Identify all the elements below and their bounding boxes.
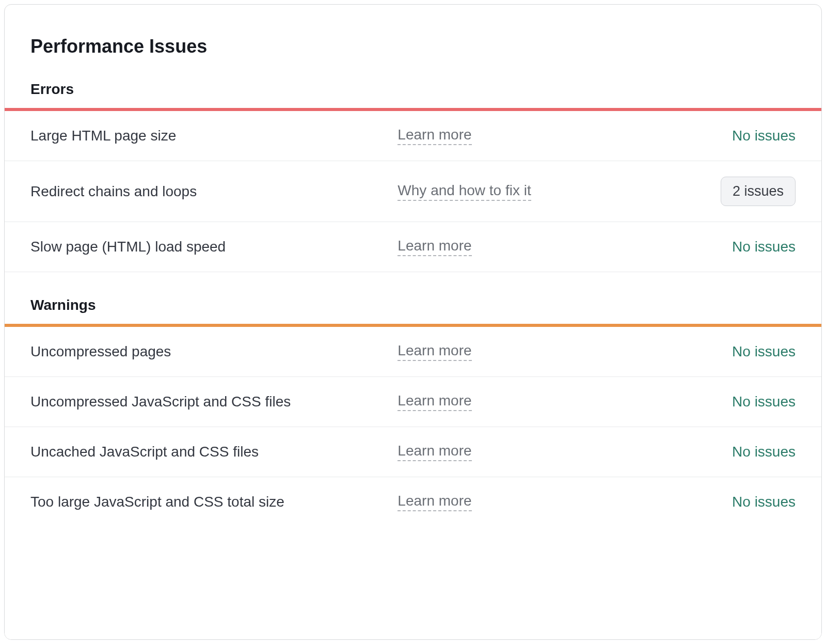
issue-label: Uncached JavaScript and CSS files <box>30 444 398 460</box>
learn-more-link[interactable]: Learn more <box>398 392 471 411</box>
status-no-issues: No issues <box>732 494 796 510</box>
issue-row: Uncompressed JavaScript and CSS files Le… <box>5 377 821 427</box>
issue-row: Too large JavaScript and CSS total size … <box>5 477 821 527</box>
issue-label: Large HTML page size <box>30 128 398 144</box>
status-no-issues: No issues <box>732 444 796 460</box>
issue-label: Uncompressed pages <box>30 343 398 360</box>
issue-label: Too large JavaScript and CSS total size <box>30 494 398 510</box>
learn-more-link[interactable]: Learn more <box>398 238 471 256</box>
issue-label: Slow page (HTML) load speed <box>30 239 398 255</box>
performance-panel: Performance Issues Errors Large HTML pag… <box>4 4 822 640</box>
section-header-errors: Errors <box>5 81 821 108</box>
learn-more-link[interactable]: Learn more <box>398 493 471 511</box>
issues-count-button[interactable]: 2 issues <box>721 177 796 206</box>
issue-row: Uncached JavaScript and CSS files Learn … <box>5 427 821 477</box>
status-no-issues: No issues <box>732 239 796 255</box>
learn-more-link[interactable]: Learn more <box>398 342 471 361</box>
learn-more-link[interactable]: Learn more <box>398 443 471 461</box>
panel-inner: Performance Issues Errors Large HTML pag… <box>5 5 821 527</box>
section-header-warnings: Warnings <box>5 297 821 324</box>
status-no-issues: No issues <box>732 128 796 144</box>
issue-label: Uncompressed JavaScript and CSS files <box>30 394 398 410</box>
fade-overlay <box>5 583 821 639</box>
learn-more-link[interactable]: Learn more <box>398 127 471 145</box>
section-gap <box>5 272 821 297</box>
issue-label: Redirect chains and loops <box>30 183 398 200</box>
issue-row: Large HTML page size Learn more No issue… <box>5 111 821 161</box>
issue-row: Slow page (HTML) load speed Learn more N… <box>5 222 821 272</box>
status-no-issues: No issues <box>732 394 796 410</box>
learn-more-link[interactable]: Why and how to fix it <box>398 182 531 201</box>
issue-row: Uncompressed pages Learn more No issues <box>5 327 821 377</box>
panel-title: Performance Issues <box>5 36 821 81</box>
status-no-issues: No issues <box>732 343 796 360</box>
issue-row: Redirect chains and loops Why and how to… <box>5 161 821 222</box>
